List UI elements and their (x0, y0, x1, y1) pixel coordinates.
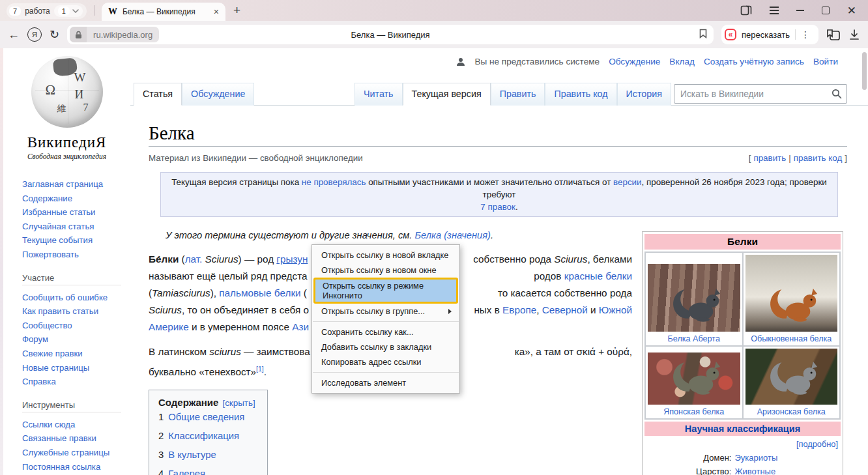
personal-link-contributions[interactable]: Вклад (669, 57, 695, 66)
menu-item-save-link-as[interactable]: Сохранить ссылку как... (312, 324, 459, 339)
extensions-icon[interactable] (826, 29, 841, 41)
squirrel-photo-common[interactable] (745, 255, 838, 332)
toc-item[interactable]: 2Классификация (158, 427, 255, 446)
browser-tab[interactable]: W Белка — Википедия × (102, 3, 225, 21)
refresh-icon[interactable]: ↻ (50, 27, 59, 42)
tab-edit[interactable]: Править (491, 83, 545, 106)
menu-item-open-new-tab[interactable]: Открыть ссылку в новой вкладке (312, 248, 459, 263)
image-caption-link[interactable]: Аризонская белка (745, 405, 838, 416)
menu-item-copy-link-address[interactable]: Копировать адрес ссылки (312, 354, 459, 369)
squirrel-photo-japanese[interactable] (648, 353, 740, 405)
squirrel-photo-aberta[interactable] (648, 264, 740, 332)
menu-icon[interactable] (770, 5, 779, 16)
maximize-icon[interactable] (822, 7, 830, 14)
titlebar-divider (94, 5, 94, 16)
personal-link-login[interactable]: Войти (813, 57, 838, 66)
back-icon[interactable]: ← (8, 28, 20, 42)
sidebar-item-main-page[interactable]: Заглавная страница (22, 177, 130, 192)
sidebar-item-featured[interactable]: Избранные статьи (22, 205, 130, 220)
search-input[interactable] (674, 84, 847, 104)
lock-icon[interactable] (70, 27, 87, 42)
sidebar-item-random[interactable]: Случайная статья (22, 220, 130, 234)
search-icon[interactable] (832, 89, 842, 99)
latin-link[interactable]: лат. (185, 253, 203, 265)
tab-edit-source[interactable]: Править код (545, 83, 616, 106)
tab-history[interactable]: История (617, 83, 671, 106)
yandex-icon[interactable]: Я (27, 27, 42, 42)
more-options-icon[interactable]: ⋮ (796, 29, 815, 40)
north-link[interactable]: Северной (542, 304, 588, 315)
classification-header-link[interactable]: Научная классификация (685, 424, 800, 434)
window-titlebar: 7 работа 1 W Белка — Википедия × + ✕ (0, 0, 868, 21)
sidebar-item-recent-changes[interactable]: Свежие правки (22, 347, 130, 361)
sidebar-item-permanent-link[interactable]: Постоянная ссылка (22, 460, 130, 474)
taxobox-image-cell[interactable]: Японская белка (645, 346, 743, 419)
new-tab-button[interactable]: + (233, 3, 240, 18)
personal-link-create-account[interactable]: Создать учётную запись (704, 57, 804, 66)
taxobox-image-cell[interactable]: Аризонская белка (743, 346, 841, 419)
disambiguation-link[interactable]: Белка (значения) (414, 230, 490, 240)
sidebar-item-special-pages[interactable]: Служебные страницы (22, 446, 130, 460)
tab-current-version[interactable]: Текущая версия (403, 83, 491, 106)
image-caption-link[interactable]: Японская белка (648, 405, 740, 416)
toc-item[interactable]: 4Галерея (158, 465, 255, 475)
minimize-icon[interactable] (796, 10, 804, 11)
version-link[interactable]: версии (613, 177, 642, 187)
close-window-icon[interactable]: ✕ (847, 4, 856, 18)
sidebar-item-current-events[interactable]: Текущие события (22, 233, 130, 248)
sidebar-item-report-error[interactable]: Сообщить об ошибке (22, 291, 130, 305)
toc-item[interactable]: 1Общие сведения (158, 408, 255, 427)
personal-link-talk[interactable]: Обсуждение (609, 57, 660, 66)
asia-link[interactable]: Ази (292, 321, 309, 332)
download-icon[interactable] (848, 29, 860, 40)
america-link[interactable]: Америке (149, 321, 189, 332)
image-caption-link[interactable]: Белка Аберта (648, 332, 740, 343)
menu-item-open-new-window[interactable]: Открыть ссылку в новом окне (312, 263, 459, 278)
menu-item-bookmark-link[interactable]: Добавить ссылку в закладки (312, 339, 459, 354)
menu-item-open-incognito[interactable]: Открыть ссылку в режиме Инкогнито (313, 278, 458, 304)
rodents-link[interactable]: грызун (276, 253, 308, 265)
south-link[interactable]: Южной (599, 304, 632, 315)
tab-read[interactable]: Читать (354, 83, 403, 106)
footnote-1-link[interactable]: [1] (256, 365, 264, 373)
tab-article[interactable]: Статья (134, 83, 182, 106)
details-link[interactable]: [подробно] (796, 439, 838, 449)
toc-hide-link[interactable]: [скрыть] (222, 398, 255, 408)
sidebar-item-donate[interactable]: Пожертвовать (22, 248, 130, 262)
bookmark-icon[interactable] (699, 29, 707, 41)
squirrel-photo-arizona[interactable] (745, 349, 838, 405)
edits-count-link[interactable]: 7 правок (480, 202, 515, 212)
sidebar-item-forum[interactable]: Форум (22, 332, 130, 347)
sidebar-item-community[interactable]: Сообщество (22, 319, 130, 333)
tab-group-collapsed-pill[interactable]: 1 (54, 5, 83, 17)
sidebar-item-what-links-here[interactable]: Ссылки сюда (22, 418, 130, 432)
red-squirrels-link[interactable]: красные белки (564, 270, 632, 281)
url-chip[interactable]: ru.wikipedia.org (70, 27, 159, 42)
kingdom-link[interactable]: Животные (734, 465, 841, 475)
wikipedia-sidebar: W Ω И 維 7 ВикипедиЯ Свободная энциклопед… (3, 48, 130, 474)
domain-link[interactable]: Эукариоты (734, 451, 841, 465)
tab-group-pill[interactable]: 7 работа 1 (7, 3, 87, 19)
menu-item-open-in-group[interactable]: Открыть ссылку в группе... (312, 304, 459, 319)
sidebar-item-new-pages[interactable]: Новые страницы (22, 361, 130, 375)
sidebar-item-how-to-edit[interactable]: Как править статьи (22, 304, 130, 319)
tab-discussion[interactable]: Обсуждение (182, 83, 254, 106)
europe-link[interactable]: Европе (502, 304, 536, 315)
taxobox-image-cell[interactable]: Белка Аберта (645, 252, 743, 346)
edit-source-link[interactable]: править код (794, 153, 843, 163)
wikipedia-logo[interactable]: W Ω И 維 7 ВикипедиЯ Свободная энциклопед… (3, 48, 130, 160)
retell-button[interactable]: « пересказать ⋮ (721, 25, 818, 44)
not-checked-link[interactable]: не проверялась (302, 177, 366, 187)
edit-link[interactable]: править (753, 153, 786, 163)
close-tab-icon[interactable]: × (214, 7, 219, 16)
menu-item-inspect-element[interactable]: Исследовать элемент (312, 375, 459, 390)
sidebar-item-help[interactable]: Справка (22, 375, 130, 389)
sidebar-item-related-changes[interactable]: Связанные правки (22, 431, 130, 446)
panels-icon[interactable] (740, 5, 752, 16)
sidebar-item-contents[interactable]: Содержание (22, 192, 130, 206)
taxobox-image-cell[interactable]: Обыкновенная белка (743, 252, 841, 346)
palm-squirrels-link[interactable]: пальмовые белки (219, 287, 300, 298)
image-caption-link[interactable]: Обыкновенная белка (745, 332, 838, 343)
toc-item[interactable]: 3В культуре (158, 446, 255, 465)
address-bar[interactable]: ru.wikipedia.org Белка — Википедия (67, 25, 714, 44)
